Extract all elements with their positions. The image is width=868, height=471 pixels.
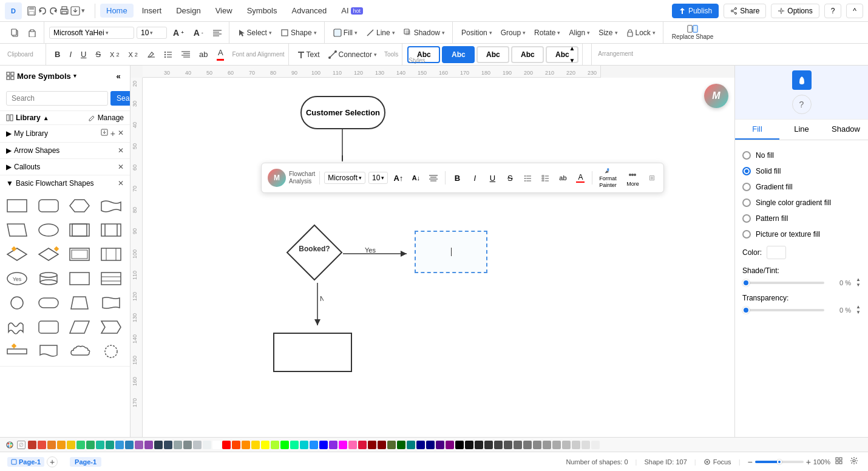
shape-rounded2[interactable] — [35, 292, 62, 314]
shade-stepper[interactable]: ▲ ▼ — [856, 277, 861, 288]
palette-color[interactable] — [203, 441, 211, 449]
shape-parallelogram2[interactable] — [66, 316, 93, 338]
style-swatch-2[interactable]: Abc — [476, 46, 509, 63]
zoom-in-btn[interactable]: + — [806, 457, 811, 467]
picture-texture-option[interactable]: Picture or texture fill — [742, 226, 861, 242]
pattern-fill-option[interactable]: Pattern fill — [742, 211, 861, 226]
palette-color[interactable] — [591, 441, 600, 449]
no-fill-radio[interactable] — [742, 151, 751, 160]
booked-diamond[interactable]: Booked? — [284, 222, 345, 283]
shade-slider[interactable] — [742, 282, 824, 284]
single-gradient-radio[interactable] — [742, 198, 751, 207]
float-bold[interactable]: B — [450, 171, 464, 185]
bold-btn[interactable]: B — [51, 48, 64, 61]
shape-ellipse[interactable] — [35, 219, 62, 241]
font-decrease-btn[interactable]: A- — [190, 26, 207, 39]
no-fill-option[interactable]: No fill — [742, 147, 861, 163]
shape-hexagon[interactable] — [66, 195, 93, 217]
superscript-btn[interactable]: X2 — [106, 49, 123, 60]
close-flowchart-btn[interactable]: ✕ — [118, 179, 124, 188]
sidebar-collapse-btn[interactable]: « — [113, 70, 124, 81]
palette-color[interactable] — [416, 441, 425, 449]
shape-circle2[interactable] — [98, 341, 124, 362]
shape-double-border[interactable] — [66, 243, 93, 265]
share-button[interactable]: Share — [724, 4, 766, 18]
palette-color[interactable] — [426, 441, 435, 449]
shape-striped[interactable] — [98, 219, 124, 241]
replace-shape-btn[interactable]: Replace Shape — [668, 23, 717, 42]
italic-btn[interactable]: I — [66, 48, 75, 61]
help-button[interactable]: ? — [824, 4, 842, 18]
bottom-rect[interactable] — [273, 333, 352, 372]
position-btn[interactable]: Position▾ — [458, 27, 496, 39]
float-italic[interactable]: I — [467, 171, 482, 185]
my-library-header[interactable]: ▶ My Library + ✕ — [0, 125, 130, 142]
shape-btn[interactable]: Shape ▾ — [277, 27, 320, 39]
fill-tab[interactable]: Fill — [735, 120, 779, 140]
palette-color[interactable] — [514, 441, 522, 449]
palette-color[interactable] — [562, 441, 571, 449]
float-toolbar-link[interactable]: ⊞ — [646, 172, 657, 183]
palette-color[interactable] — [115, 441, 124, 449]
shape-yes-tag[interactable]: Yes — [4, 268, 30, 290]
palette-color[interactable] — [251, 441, 260, 449]
palette-color[interactable] — [174, 441, 182, 449]
palette-color[interactable] — [125, 441, 134, 449]
palette-color[interactable] — [271, 441, 279, 449]
palette-color[interactable] — [504, 441, 512, 449]
transparency-stepper[interactable]: ▲ ▼ — [856, 305, 861, 315]
menu-tab-home[interactable]: Home — [100, 4, 134, 18]
single-gradient-option[interactable]: Single color gradient fill — [742, 195, 861, 211]
float-text-larger[interactable]: A↑ — [391, 171, 405, 185]
palette-color[interactable] — [154, 441, 163, 449]
palette-color[interactable] — [543, 441, 551, 449]
font-family-select[interactable]: Microsoft YaHei ▾ — [49, 27, 134, 39]
float-list[interactable] — [520, 171, 535, 185]
shape-cylinder[interactable] — [35, 268, 62, 290]
palette-color[interactable] — [533, 441, 541, 449]
palette-color[interactable] — [135, 441, 143, 449]
menu-tab-design[interactable]: Design — [170, 4, 206, 18]
palette-color[interactable] — [76, 441, 85, 449]
export-icon[interactable] — [70, 6, 80, 16]
shape-marker1[interactable] — [4, 243, 30, 265]
line-tab[interactable]: Line — [779, 120, 824, 140]
callouts-header[interactable]: ▶ Callouts ✕ — [0, 159, 130, 175]
palette-color[interactable] — [319, 441, 328, 449]
page-1-tab[interactable]: Page-1 — [7, 457, 44, 467]
focus-btn[interactable]: Focus — [704, 458, 731, 466]
float-para[interactable]: ab — [555, 171, 570, 185]
undo-icon[interactable] — [38, 6, 47, 16]
gradient-fill-radio[interactable] — [742, 183, 751, 191]
float-underline[interactable]: U — [485, 171, 500, 185]
shadow-btn[interactable]: Shadow ▾ — [400, 27, 449, 39]
shape-trapezoid[interactable] — [66, 292, 93, 314]
group-btn[interactable]: Group▾ — [497, 27, 529, 39]
float-strike[interactable]: S — [503, 171, 517, 185]
list-btn[interactable] — [160, 49, 176, 60]
zoom-slider-track[interactable] — [755, 461, 804, 463]
indent-btn[interactable] — [178, 49, 194, 60]
font-increase-btn[interactable]: A+ — [169, 26, 188, 39]
gradient-fill-option[interactable]: Gradient fill — [742, 179, 861, 195]
palette-color[interactable] — [494, 441, 503, 449]
redo-icon[interactable] — [49, 6, 58, 16]
color-picker[interactable] — [767, 246, 786, 259]
shape-marker3[interactable] — [4, 341, 30, 362]
fill-btn[interactable]: Fill ▾ — [330, 27, 361, 39]
palette-color[interactable] — [183, 441, 192, 449]
help-panel-icon[interactable]: ? — [792, 95, 812, 114]
palette-color[interactable] — [387, 441, 396, 449]
shape-wavy-rect[interactable] — [98, 292, 124, 314]
search-input[interactable] — [6, 91, 108, 106]
manage-link[interactable]: Manage — [98, 114, 124, 122]
collapse-button[interactable]: ^ — [846, 4, 863, 18]
styles-expand-btn[interactable]: ▲ — [569, 45, 575, 52]
subscript-btn[interactable]: X2 — [125, 49, 141, 60]
select-btn[interactable]: Select ▾ — [234, 27, 276, 39]
palette-color[interactable] — [378, 441, 386, 449]
shape-rect[interactable] — [4, 195, 30, 217]
close-arrow-btn[interactable]: ✕ — [118, 146, 124, 155]
palette-color[interactable] — [280, 441, 289, 449]
more-btn[interactable]: ▾ — [81, 7, 85, 15]
